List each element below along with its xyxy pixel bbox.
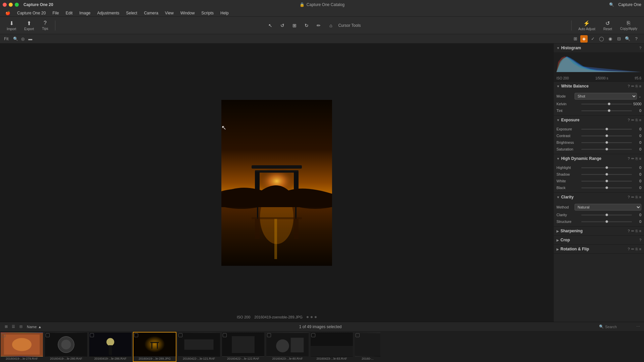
film-thumb-4[interactable]: 20160419-...le-289.JPG: [133, 332, 176, 362]
tips-button[interactable]: ? Tips: [39, 19, 51, 32]
film-thumb-checkbox-7[interactable]: [267, 333, 271, 337]
clarity-help[interactable]: ?: [628, 195, 630, 199]
secondary-icon-focus[interactable]: ◎: [20, 36, 26, 42]
copy-apply-button[interactable]: ⎘ Copy/Apply: [618, 19, 640, 32]
secondary-icon-zoom[interactable]: 🔍: [12, 36, 18, 42]
view-grid[interactable]: ⊞: [3, 323, 9, 330]
exposure-edit[interactable]: ✏: [631, 118, 634, 122]
crop-help[interactable]: ?: [639, 238, 641, 242]
menu-select[interactable]: Select: [123, 10, 140, 16]
menu-edit[interactable]: Edit: [63, 10, 75, 16]
sharpening-copy[interactable]: ⎘: [636, 229, 638, 233]
cursor-tool-draw[interactable]: ✏: [314, 21, 323, 30]
panel-icon-output[interactable]: ✓: [589, 35, 596, 43]
rotation-edit[interactable]: ✏: [631, 247, 634, 251]
cursor-tool-crop[interactable]: ⊞: [290, 21, 299, 30]
film-thumb-checkbox-4[interactable]: [134, 333, 138, 337]
search-icon-title[interactable]: 🔍: [609, 2, 614, 7]
rotation-copy[interactable]: ⎘: [636, 247, 638, 251]
clarity-header[interactable]: ▼ Clarity ? ✏ ⎘ ≡: [554, 193, 644, 201]
crop-header[interactable]: ▶ Crop ?: [554, 236, 644, 244]
menu-window[interactable]: Window: [178, 10, 198, 16]
clarity-slider[interactable]: [581, 213, 632, 217]
film-thumb-6[interactable]: 20160422-...le-122.RAF: [221, 332, 265, 362]
menu-help[interactable]: Help: [218, 10, 231, 16]
hdr-header[interactable]: ▼ High Dynamic Range ? ✏ ⎘ ≡: [554, 154, 644, 163]
clarity-copy[interactable]: ⎘: [636, 195, 638, 199]
wb-kelvin-slider[interactable]: [581, 102, 632, 106]
view-list[interactable]: ☰: [10, 323, 17, 330]
clarity-method-select[interactable]: Natural Punch Neutral: [575, 204, 641, 210]
highlight-slider[interactable]: [581, 165, 632, 170]
exposure-header[interactable]: ▼ Exposure ? ✏ ⎘ ≡: [554, 116, 644, 124]
film-thumb-checkbox-9[interactable]: [356, 333, 360, 337]
sharpening-help[interactable]: ?: [628, 229, 630, 233]
cursor-tool-select[interactable]: ↖: [266, 21, 275, 30]
rotation-more[interactable]: ≡: [639, 247, 641, 251]
panel-icon-adjust[interactable]: ◈: [580, 35, 588, 43]
sharpening-header[interactable]: ▶ Sharpening ? ✏ ⎘ ≡: [554, 227, 644, 235]
histogram-help[interactable]: ?: [639, 46, 641, 50]
filmstrip-scroll[interactable]: 20160419-...le-279.RAF 20160419-...le-28…: [0, 331, 644, 362]
menu-camera[interactable]: Camera: [141, 10, 161, 16]
menu-captureone[interactable]: Capture One 20: [14, 10, 48, 16]
brightness-slider[interactable]: [581, 140, 632, 145]
wb-mode-select[interactable]: Shot Auto Daylight Custom: [575, 93, 637, 100]
panel-icon-help[interactable]: ?: [633, 35, 640, 43]
exposure-more[interactable]: ≡: [639, 118, 641, 122]
menu-view[interactable]: View: [162, 10, 176, 16]
menu-file[interactable]: File: [50, 10, 61, 16]
film-thumb-7[interactable]: 20160423-...le-80.RAF: [266, 332, 309, 362]
hdr-help[interactable]: ?: [628, 157, 630, 161]
export-button[interactable]: ⬆ Export: [21, 19, 37, 32]
sort-arrow-up[interactable]: ▲: [38, 325, 42, 329]
menu-apple[interactable]: 🍎: [3, 10, 13, 16]
film-thumb-checkbox-5[interactable]: [178, 333, 182, 337]
contrast-slider[interactable]: [581, 133, 632, 138]
hdr-copy[interactable]: ⎘: [636, 157, 638, 161]
white-slider[interactable]: [581, 179, 632, 183]
menu-scripts[interactable]: Scripts: [199, 10, 216, 16]
hdr-edit[interactable]: ✏: [631, 157, 634, 161]
wb-more[interactable]: ≡: [639, 84, 641, 88]
close-button[interactable]: [3, 3, 7, 7]
clarity-edit[interactable]: ✏: [631, 195, 634, 199]
film-thumb-8[interactable]: 20160423-...le-83.RAF: [310, 332, 354, 362]
histogram-header[interactable]: ▼ Histogram ?: [554, 44, 644, 52]
sharpening-edit[interactable]: ✏: [631, 229, 634, 233]
view-detail[interactable]: ⊟: [17, 323, 24, 330]
auto-adjust-button[interactable]: ⚡ Auto Adjust: [576, 19, 598, 32]
sharpening-more[interactable]: ≡: [639, 229, 641, 233]
import-button[interactable]: ⬇ Import: [4, 19, 19, 32]
shadow-slider[interactable]: [581, 172, 632, 177]
film-thumb-checkbox-1[interactable]: [1, 333, 5, 337]
wb-header[interactable]: ▼ White Balance ? ✏ ⎘ ≡: [554, 82, 644, 90]
rotation-header[interactable]: ▶ Rotation & Flip ? ✏ ⎘ ≡: [554, 245, 644, 253]
cursor-tool-redo[interactable]: ↻: [302, 21, 311, 30]
film-thumb-checkbox-2[interactable]: [46, 333, 50, 337]
panel-icon-browser[interactable]: ⊞: [572, 35, 579, 43]
wb-help[interactable]: ?: [628, 84, 630, 88]
filmstrip-more[interactable]: ⋯: [635, 323, 641, 330]
hdr-more[interactable]: ≡: [639, 157, 641, 161]
filmstrip-search-input[interactable]: [605, 325, 632, 329]
reset-button[interactable]: ↺ Reset: [601, 19, 615, 32]
panel-icon-meta[interactable]: ⊟: [615, 35, 623, 43]
cursor-tool-rotate[interactable]: ↺: [278, 21, 287, 30]
film-thumb-9[interactable]: 20160-...: [354, 332, 381, 362]
film-thumb-1[interactable]: 20160419-...le-279.RAF: [0, 332, 44, 362]
secondary-icon-exposure[interactable]: ▬: [27, 36, 33, 42]
exposure-copy[interactable]: ⎘: [636, 118, 638, 122]
menu-image[interactable]: Image: [76, 10, 93, 16]
panel-icon-color[interactable]: ◯: [598, 35, 605, 43]
film-thumb-2[interactable]: 20160419-...le-280.RAF: [44, 332, 88, 362]
panel-icon-lens[interactable]: ◉: [606, 35, 614, 43]
saturation-slider[interactable]: [581, 147, 632, 152]
film-thumb-5[interactable]: 20160422-...le-121.RAF: [177, 332, 221, 362]
structure-slider[interactable]: [581, 219, 632, 224]
film-thumb-3[interactable]: 20160419-...le-286.RAF: [89, 332, 132, 362]
rotation-help[interactable]: ?: [628, 247, 630, 251]
clarity-more[interactable]: ≡: [639, 195, 641, 199]
exposure-slider[interactable]: [581, 127, 632, 131]
maximize-button[interactable]: [15, 3, 19, 7]
